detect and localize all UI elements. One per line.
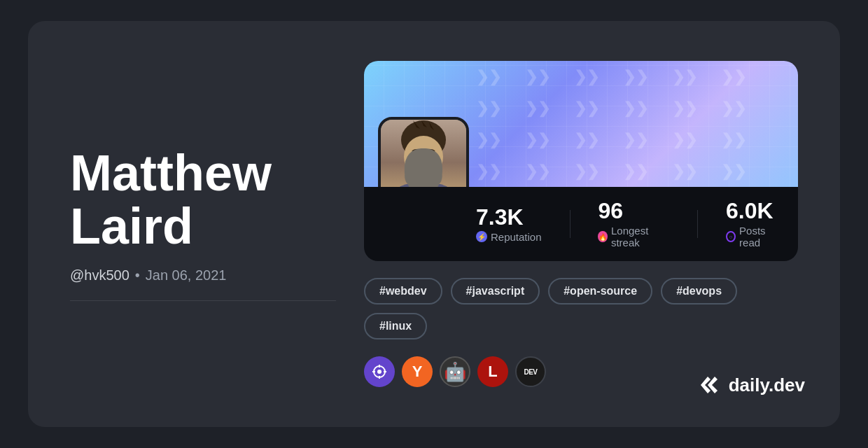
posts-label-row: ○ Posts read bbox=[726, 225, 781, 248]
stats-bar: 7.3K ⚡ Reputation 96 🔥 Longest streak bbox=[364, 187, 798, 261]
pattern-icon-11: ❯❯ bbox=[672, 99, 697, 118]
tag-javascript[interactable]: #javascript bbox=[451, 278, 540, 304]
stat-posts: 6.0K ○ Posts read bbox=[726, 200, 781, 248]
pattern-icon-2: ❯❯ bbox=[525, 68, 550, 86]
user-join-date: Jan 06, 2021 bbox=[146, 267, 227, 284]
svg-point-8 bbox=[414, 152, 419, 159]
crosshair-icon bbox=[371, 363, 388, 380]
pattern-icon-18: ❯❯ bbox=[721, 131, 746, 149]
reputation-value: 7.3K bbox=[476, 206, 542, 228]
tags-section: #webdev #javascript #open-source #devops… bbox=[364, 278, 798, 340]
svg-point-9 bbox=[428, 152, 433, 159]
robot-emoji: 🤖 bbox=[444, 361, 466, 383]
pattern-icon-12: ❯❯ bbox=[721, 99, 746, 118]
streak-label: Longest streak bbox=[611, 225, 669, 248]
source-yc[interactable]: Y bbox=[402, 356, 433, 387]
pattern-icon-17: ❯❯ bbox=[672, 131, 697, 149]
pattern-icon-21: ❯❯ bbox=[574, 162, 599, 181]
user-handle: @hvk500 bbox=[70, 267, 130, 284]
pattern-icon-23: ❯❯ bbox=[672, 162, 697, 181]
tag-linux[interactable]: #linux bbox=[364, 313, 427, 340]
stat-streak: 96 🔥 Longest streak bbox=[598, 200, 669, 248]
avatar-wrapper bbox=[378, 117, 469, 187]
source-hackernews[interactable] bbox=[364, 356, 395, 387]
posts-value: 6.0K bbox=[726, 200, 781, 222]
streak-value: 96 bbox=[598, 200, 669, 222]
stat-reputation: 7.3K ⚡ Reputation bbox=[476, 206, 542, 243]
logo-light: .dev bbox=[769, 374, 805, 396]
svg-point-4 bbox=[404, 136, 443, 178]
section-divider bbox=[70, 300, 336, 301]
source-robot[interactable]: 🤖 bbox=[440, 356, 470, 387]
pattern-icon-6: ❯❯ bbox=[721, 68, 746, 86]
stat-separator-2 bbox=[697, 210, 698, 238]
pattern-icon-14: ❯❯ bbox=[525, 131, 550, 149]
yc-label: Y bbox=[412, 363, 423, 381]
stat-separator-1 bbox=[570, 210, 570, 238]
svg-marker-7 bbox=[416, 176, 430, 187]
posts-icon: ○ bbox=[726, 231, 736, 242]
avatar bbox=[378, 117, 469, 187]
brand-logo: daily.dev bbox=[695, 371, 805, 399]
logo-text: daily.dev bbox=[729, 374, 805, 396]
profile-banner: ❯❯ ❯❯ ❯❯ ❯❯ ❯❯ ❯❯ ❯❯ ❯❯ ❯❯ ❯❯ ❯❯ ❯❯ ❯❯ ❯… bbox=[364, 61, 798, 187]
pattern-icon-9: ❯❯ bbox=[574, 99, 599, 118]
pattern-icon-13: ❯❯ bbox=[476, 131, 501, 149]
user-name-line1: Matthew bbox=[70, 145, 272, 201]
avatar-svg bbox=[382, 120, 465, 187]
tag-open-source[interactable]: #open-source bbox=[548, 278, 652, 304]
tag-webdev[interactable]: #webdev bbox=[364, 278, 442, 304]
reputation-label: Reputation bbox=[491, 231, 542, 243]
profile-card: Matthew Laird @hvk500 • Jan 06, 2021 ❯❯ … bbox=[28, 21, 840, 427]
pattern-icon-24: ❯❯ bbox=[721, 162, 746, 181]
streak-label-row: 🔥 Longest streak bbox=[598, 225, 669, 248]
meta-separator: • bbox=[135, 267, 140, 284]
pattern-icon-5: ❯❯ bbox=[672, 68, 697, 86]
streak-icon: 🔥 bbox=[598, 231, 608, 242]
pattern-icon-4: ❯❯ bbox=[623, 68, 648, 86]
tag-devops[interactable]: #devops bbox=[661, 278, 737, 304]
source-lobsters[interactable]: L bbox=[477, 356, 508, 387]
source-devto[interactable]: DEV bbox=[515, 356, 546, 387]
profile-header: ❯❯ ❯❯ ❯❯ ❯❯ ❯❯ ❯❯ ❯❯ ❯❯ ❯❯ ❯❯ ❯❯ ❯❯ ❯❯ ❯… bbox=[364, 61, 798, 261]
reputation-icon: ⚡ bbox=[476, 231, 487, 242]
logo-bold: daily bbox=[729, 374, 769, 396]
pattern-icon-15: ❯❯ bbox=[574, 131, 599, 149]
svg-rect-5 bbox=[416, 175, 430, 187]
pattern-icon-22: ❯❯ bbox=[623, 162, 648, 181]
user-name-line2: Laird bbox=[70, 198, 193, 254]
posts-label: Posts read bbox=[739, 225, 781, 248]
user-meta: @hvk500 • Jan 06, 2021 bbox=[70, 267, 336, 284]
daily-dev-icon bbox=[695, 371, 723, 399]
pattern-icon-16: ❯❯ bbox=[623, 131, 648, 149]
pattern-icon-1: ❯❯ bbox=[476, 68, 501, 86]
pattern-icon-20: ❯❯ bbox=[525, 162, 550, 181]
reputation-label-row: ⚡ Reputation bbox=[476, 231, 542, 243]
avatar-face bbox=[381, 120, 466, 187]
pattern-icon-8: ❯❯ bbox=[525, 99, 550, 118]
pattern-icon-10: ❯❯ bbox=[623, 99, 648, 118]
pattern-icon-7: ❯❯ bbox=[476, 99, 501, 118]
devto-label: DEV bbox=[524, 368, 537, 376]
pattern-icon-3: ❯❯ bbox=[574, 68, 599, 86]
user-full-name: Matthew Laird bbox=[70, 147, 336, 253]
pattern-icon-19: ❯❯ bbox=[476, 162, 501, 181]
left-section: Matthew Laird @hvk500 • Jan 06, 2021 bbox=[70, 147, 364, 300]
svg-point-6 bbox=[392, 182, 455, 187]
right-section: ❯❯ ❯❯ ❯❯ ❯❯ ❯❯ ❯❯ ❯❯ ❯❯ ❯❯ ❯❯ ❯❯ ❯❯ ❯❯ ❯… bbox=[364, 61, 798, 387]
svg-point-11 bbox=[377, 370, 382, 374]
lobsters-label: L bbox=[488, 363, 497, 381]
